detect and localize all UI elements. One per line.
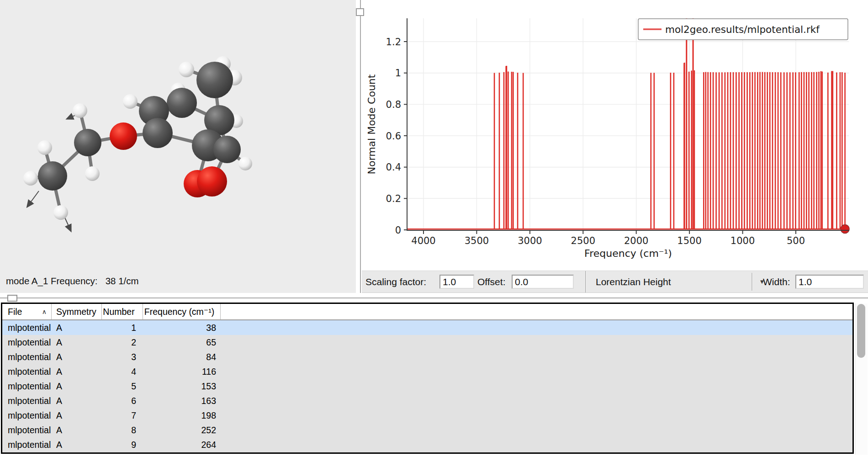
table-cell: 1 (102, 320, 143, 335)
x-tick-label: 1500 (677, 235, 701, 246)
y-axis-label: Normal Mode Count (366, 74, 377, 174)
table-cell: mlpotential (2, 320, 52, 335)
y-tick-label: 1.2 (386, 37, 401, 48)
y-tick-label: 0.4 (386, 162, 401, 173)
table-row[interactable]: mlpotentialA4116 (2, 364, 852, 379)
legend: mol2geo.results/mlpotential.rkf (638, 19, 848, 40)
spectrum-plot: 400035003000250020001500100050000.20.40.… (365, 0, 868, 271)
table-cell: mlpotential (2, 393, 52, 408)
atom-C (143, 118, 173, 148)
splitter-handle[interactable] (356, 8, 364, 16)
selected-mode-marker[interactable] (841, 225, 849, 234)
table-cell: 4 (102, 364, 143, 379)
table-cell: mlpotential (2, 408, 52, 423)
table-row[interactable]: mlpotentialA7198 (2, 408, 852, 423)
splitter-handle[interactable] (7, 295, 17, 302)
atom-C (74, 129, 101, 156)
offset-input[interactable] (512, 275, 574, 289)
table-row[interactable]: mlpotentialA384 (2, 350, 852, 364)
scaling-factor-label: Scaling factor: (365, 271, 426, 292)
atom-O (110, 122, 137, 150)
legend-label: mol2geo.results/mlpotential.rkf (665, 24, 820, 35)
vertical-splitter[interactable] (356, 0, 365, 295)
spectrum-series (408, 18, 849, 229)
column-header-frequency-cm-[interactable]: Frequency (cm⁻¹) (143, 304, 221, 319)
table-row[interactable]: mlpotentialA265 (2, 335, 852, 350)
y-tick-label: 0.8 (386, 99, 401, 110)
table-cell: 65 (143, 335, 221, 350)
table-cell: 163 (143, 393, 221, 408)
table-cell: A (52, 364, 102, 379)
table-header-row: File∧SymmetryNumberFrequency (cm⁻¹) (2, 304, 852, 320)
molecule-3d-model (0, 0, 356, 295)
x-axis-label: Frequency (cm⁻¹) (584, 248, 672, 259)
x-tick-label: 1000 (730, 235, 755, 246)
x-tick-label: 2500 (571, 235, 595, 246)
offset-label: Offset: (477, 271, 505, 292)
table-row[interactable]: mlpotentialA8252 (2, 423, 852, 437)
table-cell: mlpotential (2, 350, 52, 364)
broadening-select[interactable]: Lorentzian Height ▼ (591, 271, 768, 292)
scaling-factor-input[interactable] (439, 275, 474, 289)
horizontal-splitter[interactable] (0, 293, 868, 303)
mode-status-text: mode A_1 Frequency: 38 1/cm (6, 276, 139, 287)
x-tick-label: 500 (787, 235, 805, 246)
table-cell: 116 (143, 364, 221, 379)
y-tick-label: 0.2 (386, 193, 401, 204)
table-cell: 38 (143, 320, 221, 335)
atom-H (85, 166, 100, 181)
table-body: mlpotentialA138mlpotentialA265mlpotentia… (2, 320, 852, 452)
table-cell: A (52, 437, 102, 452)
table-cell: mlpotential (2, 364, 52, 379)
table-cell: mlpotential (2, 423, 52, 437)
table-cell: A (52, 379, 102, 393)
table-cell: 84 (143, 350, 221, 364)
divider (585, 271, 586, 292)
x-tick-label: 3000 (518, 235, 542, 246)
splitter-track (360, 0, 361, 295)
y-tick-label: 0 (395, 225, 401, 236)
x-tick-label: 4000 (411, 235, 435, 246)
spectrum-plot-area[interactable]: 400035003000250020001500100050000.20.40.… (365, 0, 868, 271)
table-cell: A (52, 320, 102, 335)
table-row[interactable]: mlpotentialA6163 (2, 393, 852, 408)
atom-H (73, 103, 87, 118)
molecule-viewport[interactable]: mode A_1 Frequency: 38 1/cm (0, 0, 356, 295)
sort-ascending-icon: ∧ (42, 304, 47, 319)
atom-C (167, 88, 197, 118)
combo-separator (752, 273, 752, 291)
atom-H (37, 140, 52, 155)
splitter-track (0, 298, 868, 298)
table-cell: mlpotential (2, 335, 52, 350)
table-cell: 252 (143, 423, 221, 437)
atom-H (23, 171, 38, 186)
width-input[interactable] (795, 275, 864, 289)
spectra-window: mode A_1 Frequency: 38 1/cm 400035003000… (0, 0, 868, 457)
table-cell: A (52, 408, 102, 423)
table-cell: A (52, 423, 102, 437)
atom-H (123, 94, 138, 109)
atom-C (38, 161, 67, 191)
broadening-selected-value: Lorentzian Height (596, 271, 671, 292)
atom-H (179, 62, 194, 77)
table-cell: A (52, 335, 102, 350)
table-cell: mlpotential (2, 379, 52, 393)
atom-C (213, 136, 241, 163)
table-row[interactable]: mlpotentialA9264 (2, 437, 852, 452)
table-row[interactable]: mlpotentialA5153 (2, 379, 852, 393)
table-scrollbar[interactable] (855, 303, 868, 455)
y-tick-label: 1 (395, 68, 401, 79)
column-header-symmetry[interactable]: Symmetry (52, 304, 102, 319)
table-cell: A (52, 350, 102, 364)
x-tick-label: 2000 (624, 235, 648, 246)
table-cell: 3 (102, 350, 143, 364)
column-header-number[interactable]: Number (102, 304, 143, 319)
table-cell: 8 (102, 423, 143, 437)
table-cell: 5 (102, 379, 143, 393)
table-cell: 198 (143, 408, 221, 423)
column-header-file[interactable]: File∧ (2, 304, 52, 319)
scrollbar-thumb[interactable] (857, 304, 865, 358)
column-header-filler (221, 304, 852, 319)
table-row[interactable]: mlpotentialA138 (2, 320, 852, 335)
table-cell: A (52, 393, 102, 408)
